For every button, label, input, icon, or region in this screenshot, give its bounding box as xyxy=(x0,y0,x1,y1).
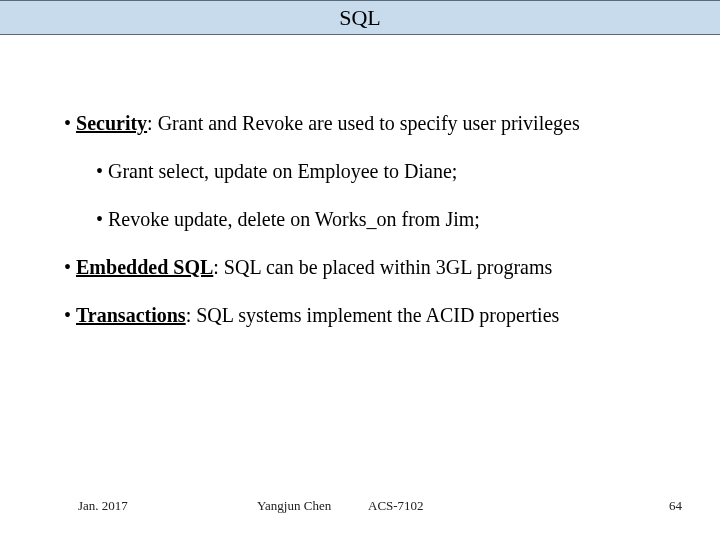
bullet-revoke-example: • Revoke update, delete on Works_on from… xyxy=(96,206,664,232)
bullet-transactions-text: : SQL systems implement the ACID propert… xyxy=(186,304,560,326)
footer-page: 64 xyxy=(669,498,682,514)
bullet-security-term: Security xyxy=(76,112,147,134)
bullet-embedded-text: : SQL can be placed within 3GL programs xyxy=(213,256,552,278)
bullet-security: • Security: Grant and Revoke are used to… xyxy=(64,110,664,136)
slide-footer: Jan. 2017 Yangjun Chen ACS-7102 64 xyxy=(0,498,720,518)
footer-course: ACS-7102 xyxy=(368,498,424,514)
slide-title: SQL xyxy=(0,0,720,35)
bullet-transactions-term: Transactions xyxy=(76,304,186,326)
bullet-embedded-sql: • Embedded SQL: SQL can be placed within… xyxy=(64,254,664,280)
bullet-grant-text: Grant select, update on Employee to Dian… xyxy=(108,160,457,182)
bullet-embedded-term: Embedded SQL xyxy=(76,256,213,278)
footer-author: Yangjun Chen xyxy=(257,498,331,514)
bullet-security-text: : Grant and Revoke are used to specify u… xyxy=(147,112,580,134)
bullet-transactions: • Transactions: SQL systems implement th… xyxy=(64,302,664,328)
bullet-grant-example: • Grant select, update on Employee to Di… xyxy=(96,158,664,184)
bullet-revoke-text: Revoke update, delete on Works_on from J… xyxy=(108,208,480,230)
footer-date: Jan. 2017 xyxy=(78,498,128,514)
slide-body: • Security: Grant and Revoke are used to… xyxy=(64,110,664,350)
